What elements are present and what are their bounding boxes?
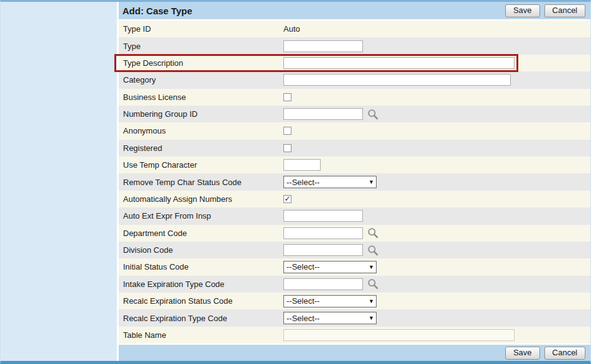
initial-status-code-label: Initial Status Code [119, 262, 283, 271]
table-name-field [283, 329, 590, 341]
registered-label: Registered [119, 143, 283, 153]
form-row-anonymous: Anonymous [119, 122, 590, 139]
remove-temp-char-status-code-label: Remove Temp Char Status Code [119, 178, 283, 187]
initial-status-code-select-value: --Select-- [286, 262, 319, 271]
type-field [283, 40, 590, 52]
form-row-type-id: Type IDAuto [119, 20, 590, 37]
search-icon[interactable] [367, 245, 378, 256]
department-code-field [283, 227, 590, 239]
form-row-use-temp-character: Use Temp Character [119, 157, 590, 173]
division-code-field [283, 244, 590, 256]
business-license-checkbox[interactable] [283, 93, 291, 101]
table-name-label: Table Name [119, 330, 283, 340]
auto-ext-expr-from-insp-input[interactable] [283, 210, 363, 222]
header-bar: Add: Case Type Save Cancel [119, 2, 590, 20]
business-license-field [283, 93, 590, 101]
search-icon[interactable] [367, 278, 378, 289]
chevron-down-icon: ▼ [369, 315, 374, 321]
automatically-assign-numbers-field: ✓ [283, 195, 590, 203]
form-row-category: Category [119, 71, 590, 88]
form-row-type-description: Type Description [119, 55, 590, 71]
anonymous-field [283, 127, 590, 135]
cancel-button-bottom[interactable]: Cancel [544, 347, 585, 360]
type-input[interactable] [283, 40, 363, 52]
chevron-down-icon: ▼ [369, 298, 374, 304]
sidebar [1, 2, 119, 361]
auto-ext-expr-from-insp-field [283, 210, 590, 222]
chevron-down-icon: ▼ [369, 179, 374, 185]
numbering-group-id-input[interactable] [283, 108, 363, 120]
form-row-recalc-expiration-type-code: Recalc Expiration Type Code--Select--▼ [119, 309, 590, 326]
page-title: Add: Case Type [122, 6, 501, 16]
search-icon[interactable] [367, 227, 378, 239]
recalc-expiration-type-code-label: Recalc Expiration Type Code [119, 314, 283, 323]
initial-status-code-field: --Select--▼ [283, 261, 590, 273]
type-description-label: Type Description [119, 58, 283, 68]
page: Add: Case Type Save Cancel Type IDAutoTy… [0, 0, 591, 364]
form-row-recalc-expiration-status-code: Recalc Expiration Status Code--Select--▼ [119, 293, 590, 309]
intake-expiration-type-code-field [283, 278, 590, 290]
footer-bar: Save Cancel [119, 344, 590, 361]
type-label: Type [119, 42, 283, 51]
recalc-expiration-status-code-select-value: --Select-- [286, 296, 319, 306]
search-icon[interactable] [367, 109, 378, 120]
chevron-down-icon: ▼ [369, 264, 374, 270]
use-temp-character-input[interactable] [283, 159, 321, 171]
cancel-button[interactable]: Cancel [544, 4, 585, 17]
form-row-initial-status-code: Initial Status Code--Select--▼ [119, 258, 590, 275]
form-row-auto-ext-expr-from-insp: Auto Ext Expr From Insp [119, 207, 590, 224]
division-code-input[interactable] [283, 244, 363, 256]
remove-temp-char-status-code-field: --Select--▼ [283, 176, 590, 188]
division-code-label: Division Code [119, 245, 283, 255]
anonymous-label: Anonymous [119, 126, 283, 135]
type-id-value: Auto [283, 24, 300, 34]
recalc-expiration-type-code-select-value: --Select-- [286, 314, 319, 323]
remove-temp-char-status-code-select-value: --Select-- [286, 178, 319, 187]
category-label: Category [119, 75, 283, 84]
recalc-expiration-status-code-field: --Select--▼ [283, 295, 590, 307]
business-license-label: Business License [119, 93, 283, 102]
form-row-business-license: Business License [119, 89, 590, 106]
form-row-intake-expiration-type-code: Intake Expiration Type Code [119, 276, 590, 293]
category-input[interactable] [283, 74, 511, 86]
form-row-department-code: Department Code [119, 225, 590, 242]
type-id-label: Type ID [119, 24, 283, 34]
numbering-group-id-label: Numbering Group ID [119, 109, 283, 119]
save-button[interactable]: Save [505, 4, 540, 17]
main-panel: Add: Case Type Save Cancel Type IDAutoTy… [119, 2, 590, 361]
form-row-table-name: Table Name [119, 327, 590, 344]
intake-expiration-type-code-label: Intake Expiration Type Code [119, 280, 283, 289]
recalc-expiration-type-code-select[interactable]: --Select--▼ [283, 312, 377, 324]
recalc-expiration-status-code-select[interactable]: --Select--▼ [283, 295, 377, 307]
type-description-field [283, 57, 590, 69]
auto-ext-expr-from-insp-label: Auto Ext Expr From Insp [119, 211, 283, 221]
form-row-type: Type [119, 37, 590, 54]
automatically-assign-numbers-label: Automatically Assign Numbers [119, 194, 283, 204]
use-temp-character-field [283, 159, 590, 171]
form-row-remove-temp-char-status-code: Remove Temp Char Status Code--Select--▼ [119, 173, 590, 190]
recalc-expiration-status-code-label: Recalc Expiration Status Code [119, 296, 283, 306]
registered-field [283, 144, 590, 152]
form-row-division-code: Division Code [119, 242, 590, 258]
automatically-assign-numbers-checkbox[interactable]: ✓ [283, 195, 291, 203]
remove-temp-char-status-code-select[interactable]: --Select--▼ [283, 176, 377, 188]
recalc-expiration-type-code-field: --Select--▼ [283, 312, 590, 324]
registered-checkbox[interactable] [283, 144, 291, 152]
form-row-registered: Registered [119, 140, 590, 157]
numbering-group-id-field [283, 108, 590, 120]
type-description-input[interactable] [283, 57, 515, 69]
form-rows: Type IDAutoTypeType DescriptionCategoryB… [119, 20, 590, 344]
table-name-input[interactable] [283, 329, 515, 341]
department-code-input[interactable] [283, 227, 363, 239]
type-id-field: Auto [283, 24, 590, 34]
save-button-bottom[interactable]: Save [505, 347, 540, 360]
form-row-automatically-assign-numbers: Automatically Assign Numbers✓ [119, 191, 590, 207]
department-code-label: Department Code [119, 229, 283, 238]
use-temp-character-label: Use Temp Character [119, 160, 283, 170]
initial-status-code-select[interactable]: --Select--▼ [283, 261, 377, 273]
form-row-numbering-group-id: Numbering Group ID [119, 106, 590, 122]
category-field [283, 74, 590, 86]
intake-expiration-type-code-input[interactable] [283, 278, 363, 290]
anonymous-checkbox[interactable] [283, 127, 291, 135]
